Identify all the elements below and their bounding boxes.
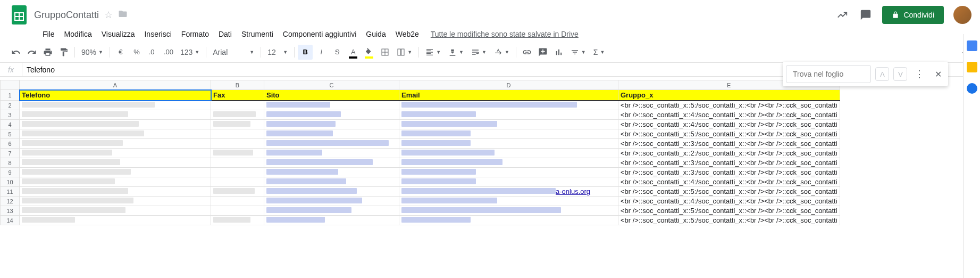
font-family-dropdown[interactable]: Arial▼ [210, 45, 257, 60]
filter-button[interactable]: ▼ [567, 45, 589, 60]
cell-D11[interactable]: a-onlus.org [399, 187, 618, 197]
cell-B14[interactable] [211, 216, 264, 225]
cell-D12[interactable] [399, 197, 618, 206]
cell-B3[interactable] [211, 110, 264, 120]
star-icon[interactable]: ☆ [104, 9, 113, 21]
cell-C14[interactable] [264, 216, 399, 225]
cell-E7[interactable]: <br />::soc_contatti_x::2:/soc_contatti_… [618, 149, 840, 158]
cell-D14[interactable] [399, 216, 618, 225]
row-header-8[interactable]: 8 [1, 158, 20, 168]
cell-A3[interactable] [20, 110, 211, 120]
move-folder-icon[interactable] [118, 9, 128, 21]
functions-button[interactable]: Σ▼ [590, 45, 608, 60]
keep-addon-icon[interactable] [967, 62, 977, 72]
merge-cells-button[interactable]: ▼ [393, 45, 415, 60]
share-button[interactable]: Condividi [882, 6, 944, 24]
cell-E1[interactable]: Gruppo_x [618, 90, 840, 101]
doc-title[interactable]: GruppoContatti [34, 10, 99, 21]
text-wrap-button[interactable]: ▼ [468, 45, 490, 60]
paint-format-button[interactable] [56, 45, 71, 60]
cell-B8[interactable] [211, 158, 264, 168]
spreadsheet-grid[interactable]: A B C D E 1 Telefono Fax Sito Email Grup… [0, 80, 963, 278]
cell-A6[interactable] [20, 139, 211, 149]
row-header-1[interactable]: 1 [1, 90, 20, 101]
cell-C9[interactable] [264, 168, 399, 177]
vertical-align-button[interactable]: ▼ [445, 45, 467, 60]
cell-D8[interactable] [399, 158, 618, 168]
find-prev-button[interactable]: ᐱ [875, 67, 889, 81]
menu-file[interactable]: File [38, 28, 59, 40]
cell-A11[interactable] [20, 187, 211, 197]
cell-D9[interactable] [399, 168, 618, 177]
cell-B6[interactable] [211, 139, 264, 149]
cell-B9[interactable] [211, 168, 264, 177]
row-header-10[interactable]: 10 [1, 177, 20, 187]
cell-E10[interactable]: <br />::soc_contatti_x::4:/soc_contatti_… [618, 177, 840, 187]
redo-button[interactable] [24, 45, 39, 60]
increase-decimal-button[interactable]: .00 [161, 45, 176, 60]
cell-C1[interactable]: Sito [264, 90, 399, 101]
insert-link-button[interactable] [520, 45, 534, 60]
cell-E13[interactable]: <br />::soc_contatti_x::5:/soc_contatti_… [618, 206, 840, 216]
calendar-addon-icon[interactable] [967, 40, 977, 51]
cell-A10[interactable] [20, 177, 211, 187]
email-link-fragment[interactable]: a-onlus.org [556, 187, 590, 195]
horizontal-align-button[interactable]: ▼ [422, 45, 444, 60]
cell-E3[interactable]: <br />::soc_contatti_x::4:/soc_contatti_… [618, 110, 840, 120]
col-header-B[interactable]: B [211, 80, 264, 90]
cell-C11[interactable] [264, 187, 399, 197]
text-rotation-button[interactable]: ▼ [491, 45, 513, 60]
cell-D1[interactable]: Email [399, 90, 618, 101]
fx-icon[interactable]: fx [0, 63, 22, 76]
cell-C4[interactable] [264, 120, 399, 129]
menu-help[interactable]: Guida [362, 28, 390, 40]
menu-format[interactable]: Formato [177, 28, 213, 40]
cell-C2[interactable] [264, 101, 399, 110]
menu-insert[interactable]: Inserisci [140, 28, 175, 40]
font-size-dropdown[interactable]: 12▼ [264, 45, 291, 60]
cell-A14[interactable] [20, 216, 211, 225]
menu-tools[interactable]: Strumenti [237, 28, 278, 40]
cell-C8[interactable] [264, 158, 399, 168]
cell-A8[interactable] [20, 158, 211, 168]
insert-comment-button[interactable] [535, 45, 550, 60]
cell-B13[interactable] [211, 206, 264, 216]
italic-button[interactable]: I [314, 45, 329, 60]
menu-web2e[interactable]: Web2e [391, 28, 423, 40]
cell-D7[interactable] [399, 149, 618, 158]
cell-B10[interactable] [211, 177, 264, 187]
percent-button[interactable]: % [129, 45, 144, 60]
cell-D5[interactable] [399, 129, 618, 139]
cell-E11[interactable]: <br />::soc_contatti_x::5:/soc_contatti_… [618, 187, 840, 197]
cell-B5[interactable] [211, 129, 264, 139]
cell-C5[interactable] [264, 129, 399, 139]
cell-E2[interactable]: <br />::soc_contatti_x::5:/soc_contatti_… [618, 101, 840, 110]
cell-A12[interactable] [20, 197, 211, 206]
cell-B12[interactable] [211, 197, 264, 206]
cell-C10[interactable] [264, 177, 399, 187]
zoom-dropdown[interactable]: 90%▼ [78, 45, 106, 60]
menu-view[interactable]: Visualizza [97, 28, 139, 40]
insert-chart-button[interactable] [551, 45, 566, 60]
cell-A4[interactable] [20, 120, 211, 129]
cell-D13[interactable] [399, 206, 618, 216]
cell-B11[interactable] [211, 187, 264, 197]
row-header-14[interactable]: 14 [1, 216, 20, 225]
row-header-12[interactable]: 12 [1, 197, 20, 206]
row-header-2[interactable]: 2 [1, 101, 20, 110]
bold-button[interactable]: B [298, 45, 313, 60]
row-header-13[interactable]: 13 [1, 206, 20, 216]
cell-D4[interactable] [399, 120, 618, 129]
cell-D2[interactable] [399, 101, 618, 110]
cell-E5[interactable]: <br />::soc_contatti_x::5:/soc_contatti_… [618, 129, 840, 139]
cell-C6[interactable] [264, 139, 399, 149]
row-header-9[interactable]: 9 [1, 168, 20, 177]
cell-D10[interactable] [399, 177, 618, 187]
cell-C12[interactable] [264, 197, 399, 206]
account-avatar[interactable] [953, 6, 971, 24]
row-header-5[interactable]: 5 [1, 129, 20, 139]
cell-C3[interactable] [264, 110, 399, 120]
menu-addons[interactable]: Componenti aggiuntivi [279, 28, 361, 40]
tasks-addon-icon[interactable] [967, 83, 977, 94]
find-close-button[interactable]: ✕ [932, 69, 945, 79]
